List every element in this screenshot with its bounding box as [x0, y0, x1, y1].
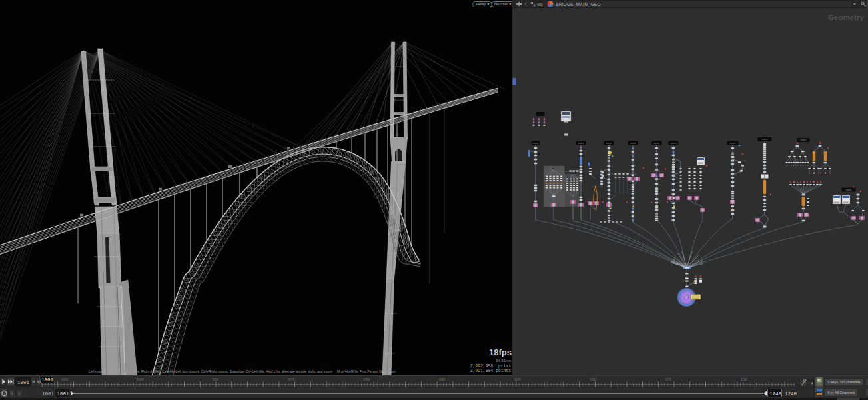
svg-text:1001: 1001 — [42, 391, 55, 397]
svg-text:name: name — [671, 142, 677, 145]
svg-text:1150: 1150 — [590, 378, 596, 381]
svg-text:name: name — [533, 142, 539, 145]
svg-text:1240: 1240 — [769, 391, 782, 397]
svg-text:obj: obj — [537, 2, 543, 7]
svg-text:1050: 1050 — [213, 378, 220, 381]
svg-text:1030: 1030 — [137, 378, 144, 381]
svg-text:1190: 1190 — [741, 378, 747, 381]
svg-text:name: name — [846, 189, 852, 191]
svg-text:1010: 1010 — [61, 378, 69, 381]
svg-text:name: name — [730, 142, 736, 145]
svg-text:1090: 1090 — [363, 378, 370, 381]
svg-text:1070: 1070 — [288, 378, 295, 381]
svg-text:1001: 1001 — [57, 391, 70, 397]
svg-text:name: name — [762, 138, 768, 141]
svg-text:name: name — [801, 139, 807, 141]
svg-text:1240: 1240 — [785, 391, 797, 397]
svg-text:name: name — [630, 142, 636, 145]
svg-text:1170: 1170 — [665, 378, 672, 381]
svg-text:name: name — [606, 142, 612, 145]
svg-text:name: name — [654, 142, 660, 145]
svg-text:1130: 1130 — [514, 378, 521, 381]
svg-text:BRIDGE_MAIN_GEO: BRIDGE_MAIN_GEO — [556, 2, 601, 7]
svg-text:1110: 1110 — [439, 378, 446, 381]
svg-text:name: name — [578, 142, 584, 145]
